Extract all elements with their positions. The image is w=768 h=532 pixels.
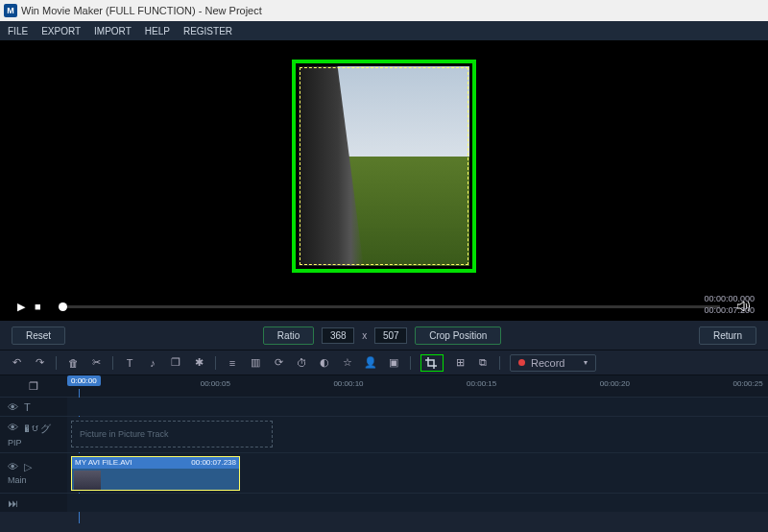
contrast-icon[interactable]: ◐ (318, 356, 331, 369)
menu-register[interactable]: REGISTER (183, 26, 232, 36)
undo-icon[interactable]: ↶ (10, 356, 23, 369)
stop-button[interactable]: ■ (35, 301, 41, 312)
eye-icon[interactable]: 👁 (8, 422, 18, 436)
time-total: 00:00:07.200 (704, 304, 755, 316)
pip-track-label: PIP (8, 438, 22, 447)
text-track-row: 👁 T (0, 397, 768, 416)
play-track-icon[interactable]: ▷ (24, 461, 32, 473)
record-dot-icon (518, 359, 525, 366)
rotate-icon[interactable]: ⟳ (272, 356, 285, 369)
crop-width-input[interactable] (322, 327, 354, 344)
timeline-ruler-row: ❐ 0:00:00 00:00:05 00:00:10 00:00:15 00:… (0, 375, 768, 397)
crop-controls-bar: Reset Ratio x Crop Position Return (0, 321, 768, 350)
list-icon[interactable]: ≡ (226, 357, 239, 369)
ratio-x-label: x (362, 330, 367, 341)
menu-export[interactable]: EXPORT (41, 26, 81, 36)
ruler-tick: 00:00:05 (201, 379, 230, 388)
time-current: 00:00:00.000 (704, 293, 755, 304)
crop-height-input[interactable] (374, 327, 407, 344)
progress-slider[interactable] (59, 305, 720, 308)
delete-icon[interactable]: 🗑 (66, 357, 80, 369)
return-button[interactable]: Return (699, 326, 756, 345)
clip-duration: 00:00:07.238 (191, 457, 236, 469)
star-icon[interactable]: ☆ (341, 356, 354, 369)
redo-icon[interactable]: ↷ (33, 356, 46, 369)
play-button[interactable]: ▶ (17, 301, 25, 313)
crop-tool-icon[interactable] (425, 357, 439, 369)
video-preview (0, 40, 768, 292)
menubar: FILE EXPORT IMPORT HELP REGISTER (0, 21, 768, 40)
window-title: Win Movie Maker (FULL FUNCTION) - New Pr… (21, 5, 262, 16)
progress-knob[interactable] (59, 302, 67, 311)
ratio-button[interactable]: Ratio (263, 326, 314, 345)
cut-icon[interactable]: ✂ (89, 356, 103, 369)
camera-icon[interactable]: ▣ (387, 356, 400, 369)
music-tool-icon[interactable]: ♪ (146, 357, 159, 369)
pip-tool-icon[interactable]: ❐ (169, 356, 182, 369)
main-track-body[interactable]: MY AVI FILE.AVI 00:00:07.238 (67, 453, 768, 493)
ruler-tick: 00:00:25 (733, 379, 763, 388)
zoom-controls: ❐ (0, 380, 67, 393)
crop-tool-highlight (420, 354, 444, 372)
ruler-tick: 00:00:15 (467, 379, 496, 388)
lock-icon[interactable]: �បグ (24, 422, 51, 436)
timecode-display: 00:00:00.000 00:00:07.200 (704, 293, 755, 316)
effects-icon[interactable]: ✱ (192, 356, 205, 369)
clip-icon[interactable]: ⊞ (453, 356, 467, 369)
skip-icon[interactable]: ⏭ (8, 497, 18, 509)
chevron-down-icon: ▾ (584, 358, 588, 367)
playhead-time[interactable]: 0:00:00 (67, 375, 101, 386)
ruler-tick: 00:00:10 (333, 379, 363, 388)
text-tool-icon[interactable]: T (123, 357, 136, 369)
timeline: ❐ 0:00:00 00:00:05 00:00:10 00:00:15 00:… (0, 375, 768, 512)
pip-track-row: 👁 �បグ PIP Picture in Picture Track (0, 416, 768, 452)
eye-icon[interactable]: 👁 (8, 401, 18, 413)
speed-icon[interactable]: ⏱ (295, 357, 308, 369)
crop-position-button[interactable]: Crop Position (415, 326, 501, 345)
text-track-icon: T (24, 401, 31, 413)
columns-icon[interactable]: ▥ (249, 356, 262, 369)
audio-track-body[interactable] (67, 494, 768, 512)
clip-thumbnail (74, 471, 101, 490)
menu-import[interactable]: IMPORT (94, 26, 132, 36)
crop-highlight-box (292, 60, 476, 273)
pip-placeholder[interactable]: Picture in Picture Track (71, 421, 273, 447)
main-track-label: Main (8, 475, 27, 485)
link-icon[interactable]: ⧉ (476, 356, 490, 369)
crop-marquee[interactable] (300, 67, 468, 265)
record-label: Record (531, 357, 564, 369)
person-icon[interactable]: 👤 (364, 356, 377, 369)
app-logo: M (4, 4, 17, 17)
main-track-row: 👁 ▷ Main MY AVI FILE.AVI 00:00:07.238 (0, 452, 768, 493)
text-track-body[interactable] (67, 398, 768, 416)
record-dropdown[interactable]: Record ▾ (510, 354, 596, 372)
window-titlebar: M Win Movie Maker (FULL FUNCTION) - New … (0, 0, 768, 21)
clip-name: MY AVI FILE.AVI (75, 457, 132, 469)
menu-help[interactable]: HELP (145, 26, 170, 36)
ruler-tick: 00:00:20 (600, 379, 630, 388)
timeline-toolbar: ↶ ↷ 🗑 ✂ T ♪ ❐ ✱ ≡ ▥ ⟳ ⏱ ◐ ☆ 👤 ▣ ⊞ ⧉ Reco… (0, 350, 768, 375)
audio-track-row: ⏭ (0, 493, 768, 512)
reset-button[interactable]: Reset (12, 326, 65, 345)
timeline-ruler[interactable]: 0:00:00 00:00:05 00:00:10 00:00:15 00:00… (67, 375, 768, 397)
playback-bar: ▶ ■ 00:00:00.000 00:00:07.200 (0, 292, 768, 321)
layers-icon[interactable]: ❐ (29, 380, 38, 393)
video-clip[interactable]: MY AVI FILE.AVI 00:00:07.238 (71, 456, 240, 491)
eye-icon[interactable]: 👁 (8, 461, 18, 473)
pip-track-body[interactable]: Picture in Picture Track (67, 417, 768, 452)
clip-title-bar: MY AVI FILE.AVI 00:00:07.238 (72, 457, 239, 469)
menu-file[interactable]: FILE (8, 26, 28, 36)
